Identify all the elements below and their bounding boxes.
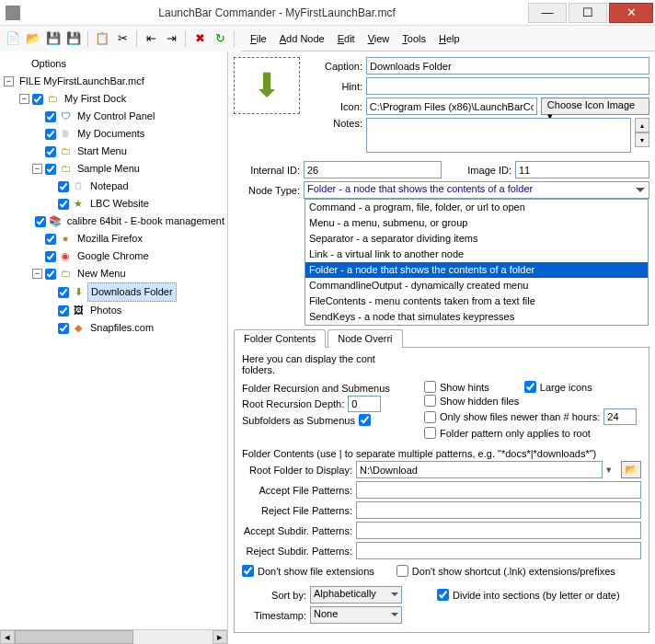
dropdown-option[interactable]: CommandlineOutput - dynamically created … — [305, 278, 648, 293]
dropdown-option-selected[interactable]: Folder - a node that shows the contents … — [305, 262, 648, 278]
tree-item[interactable]: My Control Panel — [75, 108, 157, 125]
browse-button[interactable]: 📂 — [621, 461, 641, 478]
maximize-button[interactable]: ☐ — [569, 3, 607, 23]
expander-icon[interactable]: − — [19, 94, 29, 104]
hint-input[interactable] — [366, 77, 649, 95]
tree-item[interactable]: Start Menu — [75, 143, 130, 160]
tree-dock[interactable]: My First Dock — [62, 90, 129, 108]
save-button[interactable]: 💾 — [44, 29, 63, 48]
scroll-right-icon[interactable]: ▸ — [213, 630, 227, 644]
tree-view[interactable]: Options −FILE MyFirstLaunchBar.mcf −🗀My … — [0, 52, 227, 629]
tree-item[interactable]: calibre 64bit - E-book management — [64, 213, 227, 230]
tree-checkbox[interactable] — [45, 146, 56, 157]
sas-checkbox[interactable] — [359, 414, 371, 426]
cut-button[interactable]: ✂ — [113, 29, 132, 48]
menu-file[interactable]: File — [245, 31, 272, 46]
menu-tools[interactable]: Tools — [396, 31, 431, 46]
dropdown-option[interactable]: Menu - a menu, submenu, or group — [305, 215, 648, 231]
tree-item[interactable]: New Menu — [75, 265, 129, 282]
onlynewer-checkbox[interactable] — [424, 411, 436, 423]
rrd-input[interactable] — [348, 396, 381, 412]
dontext-checkbox[interactable] — [242, 565, 254, 577]
indent-left-button[interactable]: ⇤ — [142, 29, 160, 48]
new-button[interactable]: 📄 — [4, 29, 22, 48]
scroll-left-icon[interactable]: ◂ — [0, 630, 15, 644]
rsp-label: Reject Subdir. Patterns: — [242, 546, 352, 557]
afp-input[interactable] — [356, 481, 641, 499]
tab-node-overrides[interactable]: Node Overri — [328, 329, 402, 348]
menu-help[interactable]: Help — [433, 31, 465, 46]
tab-folder-contents[interactable]: Folder Contents — [234, 329, 326, 348]
tree-checkbox[interactable] — [32, 94, 43, 105]
tree-checkbox[interactable] — [58, 199, 69, 210]
rootfolder-input[interactable] — [356, 461, 603, 478]
tree-item[interactable]: Google Chrome — [75, 247, 152, 265]
tree-checkbox[interactable] — [58, 305, 69, 316]
tree-root[interactable]: FILE MyFirstLaunchBar.mcf — [17, 73, 147, 90]
tree-item-selected[interactable]: Downloads Folder — [87, 282, 177, 302]
caption-input[interactable] — [366, 57, 649, 75]
menu-view[interactable]: View — [362, 31, 396, 46]
tree-item[interactable]: Photos — [87, 302, 124, 319]
expander-icon[interactable]: − — [32, 269, 42, 279]
onlynewer-input[interactable] — [603, 408, 637, 425]
saveall-button[interactable]: 💾 — [64, 29, 83, 48]
dropdown-option[interactable]: Link - a virtual link to another node — [305, 247, 648, 262]
tree-checkbox[interactable] — [58, 287, 69, 298]
choose-icon-button[interactable]: Choose Icon Image ▾ — [541, 98, 649, 115]
tree-item[interactable]: My Documents — [75, 125, 147, 143]
dropdown-option[interactable]: FileContents - menu contents taken from … — [305, 293, 648, 309]
showhints-checkbox[interactable] — [424, 381, 436, 393]
scrollbar-thumb[interactable] — [15, 630, 133, 644]
tree-item[interactable]: LBC Website — [87, 195, 152, 213]
asp-input[interactable] — [356, 522, 641, 539]
icon-input[interactable] — [366, 98, 537, 115]
delete-button[interactable]: ✖ — [190, 29, 209, 48]
tree-checkbox[interactable] — [45, 251, 56, 262]
rfp-input[interactable] — [356, 501, 641, 519]
rsp-input[interactable] — [356, 542, 641, 559]
tree-item[interactable]: Mozilla Firefox — [75, 230, 145, 247]
tree-checkbox[interactable] — [45, 164, 56, 175]
tree-checkbox[interactable] — [45, 129, 56, 140]
tree-item[interactable]: Sample Menu — [75, 160, 143, 178]
tree-checkbox[interactable] — [45, 234, 56, 245]
largeicons-checkbox[interactable] — [524, 381, 536, 393]
refresh-button[interactable]: ↻ — [211, 29, 229, 48]
copy-button[interactable]: 📋 — [93, 29, 111, 48]
tree-item[interactable]: Snapfiles.com — [87, 319, 156, 337]
sortby-select[interactable]: Alphabetically — [310, 586, 402, 604]
tree-item[interactable]: Notepad — [87, 178, 132, 195]
horizontal-scrollbar[interactable]: ◂ ▸ — [0, 629, 227, 644]
dropdown-option[interactable]: Separator - a separator dividing items — [305, 231, 648, 247]
showhidden-checkbox[interactable] — [424, 395, 436, 407]
dropdown-option[interactable]: SendKeys - a node that simulates keypres… — [305, 309, 648, 325]
tree-options[interactable]: Options — [29, 55, 69, 73]
menu-edit[interactable]: Edit — [332, 31, 361, 46]
tree-checkbox[interactable] — [58, 323, 69, 334]
nodetype-dropdown[interactable]: Folder - a node that shows the contents … — [304, 181, 649, 199]
notes-input[interactable] — [366, 118, 631, 153]
divide-checkbox[interactable] — [437, 589, 449, 601]
tree-checkbox[interactable] — [35, 216, 46, 227]
tree-checkbox[interactable] — [58, 181, 69, 192]
dontlnk-checkbox[interactable] — [396, 565, 408, 577]
dropdown-option[interactable]: Command - a program, file, folder, or ur… — [305, 200, 648, 215]
patternroot-checkbox[interactable] — [424, 427, 436, 439]
close-button[interactable]: ✕ — [609, 3, 653, 23]
expander-icon[interactable]: − — [32, 164, 42, 174]
menu-addnode[interactable]: Add Node — [274, 31, 330, 46]
indent-right-button[interactable]: ⇥ — [162, 29, 180, 48]
scroll-up-icon[interactable]: ▴ — [635, 118, 649, 132]
timestamp-select[interactable]: None — [310, 606, 402, 624]
internalid-input[interactable] — [304, 161, 442, 178]
imageid-input[interactable] — [515, 161, 649, 178]
tree-checkbox[interactable] — [45, 111, 56, 122]
expander-icon[interactable]: − — [4, 76, 14, 86]
minimize-button[interactable]: — — [528, 3, 567, 23]
tree-checkbox[interactable] — [45, 269, 56, 280]
scroll-down-icon[interactable]: ▾ — [635, 132, 649, 147]
open-button[interactable]: 📂 — [24, 29, 42, 48]
nodetype-dropdown-list[interactable]: Command - a program, file, folder, or ur… — [305, 199, 649, 326]
chevron-down-icon[interactable]: ▾ — [606, 464, 617, 476]
